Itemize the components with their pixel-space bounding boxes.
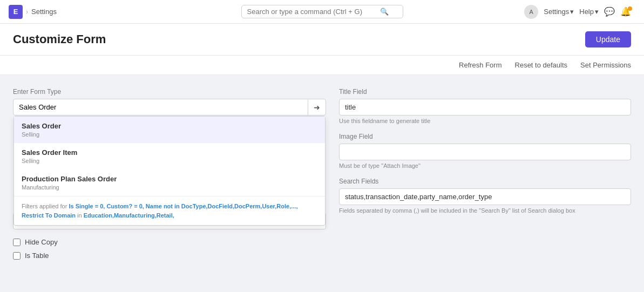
dropdown-item-title: Sales Order Item (22, 148, 317, 157)
form-type-group: Enter Form Type ➜ Sales Order Selling Sa… (13, 88, 326, 116)
set-permissions-link[interactable]: Set Permissions (580, 61, 631, 69)
dropdown-item-sub: Selling (22, 131, 317, 138)
app-icon[interactable]: E (9, 5, 23, 19)
dropdown-item-title: Production Plan Sales Order (22, 175, 317, 183)
navbar: E › Settings 🔍 A Settings ▾ Help ▾ 💬 🔔 (0, 0, 644, 24)
form-type-arrow-button[interactable]: ➜ (308, 100, 326, 115)
is-table-group: Is Table (13, 252, 326, 260)
dropdown-item-sales-order[interactable]: Sales Order Selling (14, 117, 325, 143)
search-input[interactable] (247, 8, 377, 16)
dropdown-filter-info: Filters applied for Is Single = 0, Custo… (14, 196, 325, 225)
page-header: Customize Form Update (0, 24, 644, 56)
image-field-label: Image Field (339, 133, 631, 140)
notification-dot (628, 6, 632, 11)
update-button[interactable]: Update (585, 31, 631, 47)
dropdown-item-production-plan[interactable]: Production Plan Sales Order Manufacturin… (14, 169, 325, 196)
form-type-input-container: ➜ Sales Order Selling Sales Order Item S… (13, 99, 326, 116)
search-fields-input[interactable] (339, 188, 631, 205)
filter-domains-text: Education,Manufacturing,Retail, (84, 212, 174, 219)
main-content: Refresh Form Reset to defaults Set Permi… (0, 56, 644, 278)
refresh-form-link[interactable]: Refresh Form (459, 61, 501, 69)
image-field-group: Image Field Must be of type "Attach Imag… (339, 133, 631, 169)
search-icon: 🔍 (380, 8, 389, 16)
left-panel: Enter Form Type ➜ Sales Order Selling Sa… (13, 88, 326, 265)
image-field-hint: Must be of type "Attach Image" (339, 162, 631, 169)
search-fields-hint: Fields separated by comma (,) will be in… (339, 207, 631, 214)
hide-copy-label: Hide Copy (25, 238, 58, 246)
hide-copy-checkbox[interactable] (13, 239, 21, 246)
dropdown-item-sub: Manufacturing (22, 184, 317, 191)
dropdown-item-sales-order-item[interactable]: Sales Order Item Selling (14, 143, 325, 169)
hide-copy-group: Hide Copy (13, 238, 326, 246)
search-bar[interactable]: 🔍 (241, 5, 403, 18)
form-type-label: Enter Form Type (13, 88, 326, 96)
settings-chevron-icon: ▾ (570, 8, 574, 16)
breadcrumb-chevron-icon: › (26, 8, 28, 16)
search-container: 🔍 (241, 5, 403, 18)
image-field-input[interactable] (339, 144, 631, 160)
title-field-label: Title Field (339, 88, 631, 96)
navbar-left: E › Settings (9, 5, 57, 19)
breadcrumb-settings: Settings (31, 8, 57, 16)
dropdown-item-title: Sales Order (22, 122, 317, 130)
reset-defaults-link[interactable]: Reset to defaults (515, 61, 568, 69)
title-field-group: Title Field Use this fieldname to genera… (339, 88, 631, 124)
title-field-hint: Use this fieldname to generate title (339, 118, 631, 124)
help-nav-link[interactable]: Help ▾ (579, 8, 599, 16)
title-field-input[interactable] (339, 99, 631, 116)
is-table-checkbox[interactable] (13, 252, 21, 260)
navbar-right: A Settings ▾ Help ▾ 💬 🔔 (524, 5, 635, 19)
is-table-label: Is Table (25, 252, 49, 260)
dropdown-item-sub: Selling (22, 158, 317, 164)
form-area: Enter Form Type ➜ Sales Order Selling Sa… (0, 75, 644, 278)
help-chevron-icon: ▾ (595, 8, 599, 16)
search-fields-group: Search Fields Fields separated by comma … (339, 178, 631, 214)
search-fields-label: Search Fields (339, 178, 631, 185)
form-type-dropdown: Sales Order Selling Sales Order Item Sel… (13, 116, 326, 226)
right-panel: Title Field Use this fieldname to genera… (339, 88, 631, 265)
chat-icon[interactable]: 💬 (604, 6, 615, 17)
notification-wrapper: 🔔 (620, 6, 635, 17)
page-title: Customize Form (13, 32, 106, 46)
action-bar: Refresh Form Reset to defaults Set Permi… (0, 56, 644, 75)
settings-nav-link[interactable]: Settings ▾ (544, 8, 574, 16)
form-type-input[interactable] (13, 99, 308, 115)
avatar: A (524, 5, 538, 19)
